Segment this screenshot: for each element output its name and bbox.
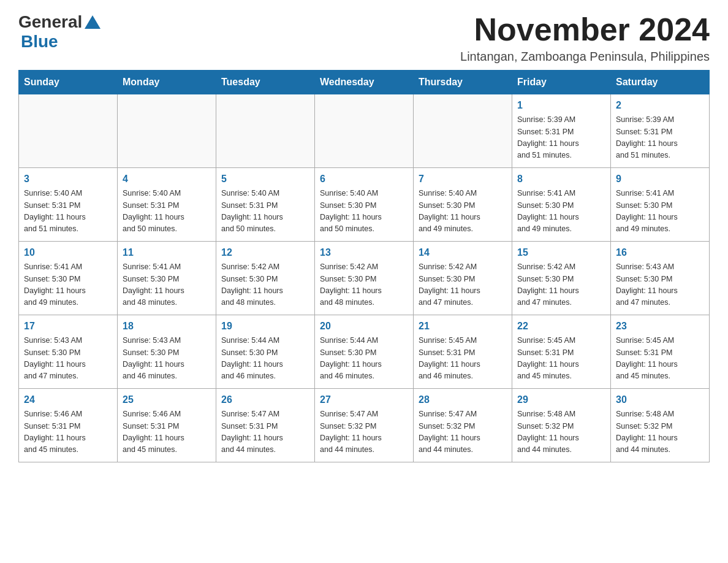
day-info: Sunrise: 5:41 AMSunset: 5:30 PMDaylight:…	[24, 261, 112, 309]
day-number: 10	[24, 245, 112, 260]
table-row: 29Sunrise: 5:48 AMSunset: 5:32 PMDayligh…	[512, 389, 611, 462]
calendar-week-row: 1Sunrise: 5:39 AMSunset: 5:31 PMDaylight…	[19, 94, 710, 168]
day-number: 2	[616, 98, 704, 113]
day-number: 6	[320, 172, 408, 186]
day-info: Sunrise: 5:40 AMSunset: 5:30 PMDaylight:…	[320, 188, 408, 236]
day-info: Sunrise: 5:41 AMSunset: 5:30 PMDaylight:…	[123, 261, 211, 309]
day-info: Sunrise: 5:47 AMSunset: 5:32 PMDaylight:…	[320, 408, 408, 456]
day-info: Sunrise: 5:41 AMSunset: 5:30 PMDaylight:…	[616, 188, 704, 236]
day-number: 22	[517, 319, 605, 334]
table-row: 8Sunrise: 5:41 AMSunset: 5:30 PMDaylight…	[512, 168, 611, 242]
table-row: 13Sunrise: 5:42 AMSunset: 5:30 PMDayligh…	[315, 242, 414, 315]
table-row: 16Sunrise: 5:43 AMSunset: 5:30 PMDayligh…	[611, 242, 710, 315]
day-info: Sunrise: 5:43 AMSunset: 5:30 PMDaylight:…	[616, 261, 704, 309]
day-info: Sunrise: 5:46 AMSunset: 5:31 PMDaylight:…	[123, 408, 211, 456]
col-saturday: Saturday	[611, 71, 710, 94]
day-number: 23	[616, 319, 704, 334]
table-row: 7Sunrise: 5:40 AMSunset: 5:30 PMDaylight…	[414, 168, 512, 242]
page-title: November 2024	[460, 12, 710, 47]
day-number: 1	[517, 98, 605, 113]
table-row: 18Sunrise: 5:43 AMSunset: 5:30 PMDayligh…	[118, 315, 216, 389]
day-info: Sunrise: 5:47 AMSunset: 5:32 PMDaylight:…	[419, 408, 507, 456]
day-info: Sunrise: 5:42 AMSunset: 5:30 PMDaylight:…	[517, 261, 605, 309]
day-info: Sunrise: 5:42 AMSunset: 5:30 PMDaylight:…	[419, 261, 507, 309]
day-number: 11	[123, 245, 211, 260]
day-number: 5	[221, 172, 309, 186]
col-tuesday: Tuesday	[216, 71, 315, 94]
calendar-table: Sunday Monday Tuesday Wednesday Thursday…	[18, 70, 710, 462]
day-number: 13	[320, 245, 408, 260]
table-row: 25Sunrise: 5:46 AMSunset: 5:31 PMDayligh…	[118, 389, 216, 462]
calendar-week-row: 3Sunrise: 5:40 AMSunset: 5:31 PMDaylight…	[19, 168, 710, 242]
table-row	[315, 94, 414, 168]
day-info: Sunrise: 5:47 AMSunset: 5:31 PMDaylight:…	[221, 408, 309, 456]
day-info: Sunrise: 5:40 AMSunset: 5:30 PMDaylight:…	[419, 188, 507, 236]
table-row	[118, 94, 216, 168]
day-number: 3	[24, 172, 112, 186]
day-info: Sunrise: 5:40 AMSunset: 5:31 PMDaylight:…	[24, 188, 112, 236]
day-number: 19	[221, 319, 309, 334]
day-number: 27	[320, 393, 408, 407]
table-row: 12Sunrise: 5:42 AMSunset: 5:30 PMDayligh…	[216, 242, 315, 315]
day-info: Sunrise: 5:43 AMSunset: 5:30 PMDaylight:…	[24, 335, 112, 383]
day-number: 25	[123, 393, 211, 407]
col-sunday: Sunday	[19, 71, 118, 94]
day-number: 18	[123, 319, 211, 334]
day-number: 17	[24, 319, 112, 334]
day-info: Sunrise: 5:39 AMSunset: 5:31 PMDaylight:…	[616, 114, 704, 162]
table-row: 24Sunrise: 5:46 AMSunset: 5:31 PMDayligh…	[19, 389, 118, 462]
day-info: Sunrise: 5:48 AMSunset: 5:32 PMDaylight:…	[616, 408, 704, 456]
day-info: Sunrise: 5:46 AMSunset: 5:31 PMDaylight:…	[24, 408, 112, 456]
day-number: 30	[616, 393, 704, 407]
calendar-week-row: 24Sunrise: 5:46 AMSunset: 5:31 PMDayligh…	[19, 389, 710, 462]
page-subtitle: Lintangan, Zamboanga Peninsula, Philippi…	[460, 50, 710, 64]
day-info: Sunrise: 5:40 AMSunset: 5:31 PMDaylight:…	[221, 188, 309, 236]
table-row: 14Sunrise: 5:42 AMSunset: 5:30 PMDayligh…	[414, 242, 512, 315]
logo: General Blue	[18, 12, 100, 52]
table-row: 6Sunrise: 5:40 AMSunset: 5:30 PMDaylight…	[315, 168, 414, 242]
col-wednesday: Wednesday	[315, 71, 414, 94]
day-number: 29	[517, 393, 605, 407]
table-row: 5Sunrise: 5:40 AMSunset: 5:31 PMDaylight…	[216, 168, 315, 242]
table-row: 23Sunrise: 5:45 AMSunset: 5:31 PMDayligh…	[611, 315, 710, 389]
day-info: Sunrise: 5:42 AMSunset: 5:30 PMDaylight:…	[320, 261, 408, 309]
table-row: 26Sunrise: 5:47 AMSunset: 5:31 PMDayligh…	[216, 389, 315, 462]
table-row	[414, 94, 512, 168]
table-row: 15Sunrise: 5:42 AMSunset: 5:30 PMDayligh…	[512, 242, 611, 315]
day-number: 21	[419, 319, 507, 334]
logo-triangle-icon	[85, 15, 100, 29]
col-thursday: Thursday	[414, 71, 512, 94]
table-row: 30Sunrise: 5:48 AMSunset: 5:32 PMDayligh…	[611, 389, 710, 462]
day-info: Sunrise: 5:39 AMSunset: 5:31 PMDaylight:…	[517, 114, 605, 162]
table-row: 27Sunrise: 5:47 AMSunset: 5:32 PMDayligh…	[315, 389, 414, 462]
table-row: 10Sunrise: 5:41 AMSunset: 5:30 PMDayligh…	[19, 242, 118, 315]
day-info: Sunrise: 5:41 AMSunset: 5:30 PMDaylight:…	[517, 188, 605, 236]
col-friday: Friday	[512, 71, 611, 94]
table-row: 2Sunrise: 5:39 AMSunset: 5:31 PMDaylight…	[611, 94, 710, 168]
day-number: 4	[123, 172, 211, 186]
table-row: 19Sunrise: 5:44 AMSunset: 5:30 PMDayligh…	[216, 315, 315, 389]
day-number: 28	[419, 393, 507, 407]
title-area: November 2024 Lintangan, Zamboanga Penin…	[460, 12, 710, 64]
day-info: Sunrise: 5:40 AMSunset: 5:31 PMDaylight:…	[123, 188, 211, 236]
table-row: 21Sunrise: 5:45 AMSunset: 5:31 PMDayligh…	[414, 315, 512, 389]
day-number: 15	[517, 245, 605, 260]
day-info: Sunrise: 5:45 AMSunset: 5:31 PMDaylight:…	[616, 335, 704, 383]
header: General Blue November 2024 Lintangan, Za…	[18, 12, 710, 64]
day-info: Sunrise: 5:43 AMSunset: 5:30 PMDaylight:…	[123, 335, 211, 383]
day-number: 24	[24, 393, 112, 407]
day-number: 9	[616, 172, 704, 186]
table-row: 17Sunrise: 5:43 AMSunset: 5:30 PMDayligh…	[19, 315, 118, 389]
day-info: Sunrise: 5:42 AMSunset: 5:30 PMDaylight:…	[221, 261, 309, 309]
day-info: Sunrise: 5:45 AMSunset: 5:31 PMDaylight:…	[517, 335, 605, 383]
table-row: 20Sunrise: 5:44 AMSunset: 5:30 PMDayligh…	[315, 315, 414, 389]
logo-text-blue: Blue	[21, 32, 100, 52]
day-info: Sunrise: 5:48 AMSunset: 5:32 PMDaylight:…	[517, 408, 605, 456]
day-number: 26	[221, 393, 309, 407]
col-monday: Monday	[118, 71, 216, 94]
day-number: 20	[320, 319, 408, 334]
day-info: Sunrise: 5:44 AMSunset: 5:30 PMDaylight:…	[320, 335, 408, 383]
day-info: Sunrise: 5:44 AMSunset: 5:30 PMDaylight:…	[221, 335, 309, 383]
table-row	[19, 94, 118, 168]
table-row: 3Sunrise: 5:40 AMSunset: 5:31 PMDaylight…	[19, 168, 118, 242]
